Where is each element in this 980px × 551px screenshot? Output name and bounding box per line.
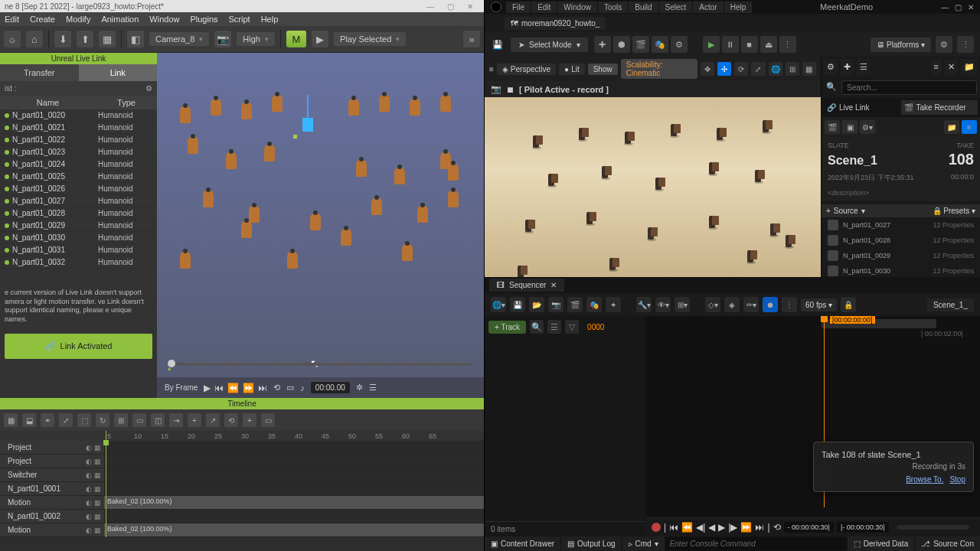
browse-icon[interactable]: 📂 bbox=[529, 297, 544, 312]
snap-icon[interactable]: ⊞▾ bbox=[675, 297, 690, 312]
menu-create[interactable]: Create bbox=[30, 15, 55, 24]
tl-icon[interactable]: + bbox=[188, 413, 201, 427]
step-forward-icon[interactable]: ⏩ bbox=[243, 383, 254, 393]
sun-icon[interactable]: ☼ bbox=[4, 31, 21, 47]
save-icon[interactable]: 💾 bbox=[510, 297, 525, 312]
more-icon[interactable]: ⋮ bbox=[957, 36, 974, 53]
sources-header[interactable]: +Source▾ 🔒 Presets ▾ bbox=[822, 204, 980, 217]
menu-window[interactable]: Window bbox=[149, 15, 179, 24]
go-end-icon[interactable]: | bbox=[767, 522, 769, 533]
source-control-button[interactable]: ⎇Source Con bbox=[915, 536, 980, 551]
derived-data-button[interactable]: ⬚Derived Data bbox=[848, 536, 914, 551]
mode-dropdown[interactable]: ➤Select Mode▾ bbox=[511, 37, 588, 52]
tab-livelink[interactable]: 🔗Live Link bbox=[824, 100, 901, 115]
timeline-track[interactable]: Switcher◐ ▦ bbox=[0, 468, 484, 482]
settings-icon[interactable]: ⚙▾ bbox=[860, 120, 875, 134]
perspective-dropdown[interactable]: ◈Perspective bbox=[497, 64, 556, 75]
timeline-track[interactable]: Project◐ ▦ bbox=[0, 441, 484, 455]
select-tool-icon[interactable]: ✥ bbox=[701, 62, 714, 76]
list-row[interactable]: N_part01_0027Humanoid bbox=[0, 195, 157, 207]
time-slider[interactable] bbox=[168, 363, 473, 366]
list-row[interactable]: N_part01_0023Humanoid bbox=[0, 146, 157, 158]
menu-icon[interactable]: ≡ bbox=[489, 65, 494, 73]
cinematics-icon[interactable]: 🎬 bbox=[632, 36, 649, 53]
list-row[interactable]: N_part01_0021Humanoid bbox=[0, 122, 157, 134]
folder-icon[interactable]: 📁 bbox=[944, 120, 959, 134]
sequence-name[interactable]: Scene_1_ bbox=[927, 298, 974, 311]
clapboard-icon[interactable]: 🎭 bbox=[586, 297, 602, 312]
gear-icon[interactable]: ⚙ bbox=[145, 84, 152, 93]
frame-icon[interactable]: ▣ bbox=[842, 120, 858, 134]
list-icon[interactable]: ≡ bbox=[962, 120, 977, 134]
pause-icon[interactable]: ⏸ bbox=[722, 36, 739, 53]
scalability-dropdown[interactable]: Scalability: Cinematic bbox=[621, 59, 697, 79]
quality-dropdown[interactable]: High▾ bbox=[237, 32, 275, 46]
skip-start-icon[interactable]: ⏮ bbox=[214, 383, 224, 393]
tl-icon[interactable]: ↗ bbox=[206, 413, 220, 427]
tl-icon[interactable]: ⤢ bbox=[59, 413, 73, 427]
ue-menu-tools[interactable]: Tools bbox=[598, 2, 628, 13]
save-icon[interactable]: 💾 bbox=[491, 37, 505, 51]
folder-icon[interactable]: 📁 bbox=[961, 59, 978, 75]
show-dropdown[interactable]: Show bbox=[588, 64, 618, 75]
menu-plugins[interactable]: Plugins bbox=[190, 15, 217, 24]
source-row[interactable]: N_part01_002812 Properties bbox=[822, 233, 980, 248]
import-icon[interactable]: ⬇ bbox=[54, 31, 71, 47]
add-track-button[interactable]: + Track bbox=[488, 321, 526, 334]
browse-to-link[interactable]: Browse To. bbox=[906, 475, 943, 484]
settings-button[interactable]: ⚙ bbox=[936, 36, 952, 53]
blueprint-icon[interactable]: ⬢ bbox=[613, 36, 630, 53]
tab-transfer[interactable]: Transfer bbox=[0, 64, 79, 81]
start-tc[interactable]: - 00:00:00:30| bbox=[784, 522, 834, 533]
viewport-render[interactable] bbox=[485, 97, 821, 277]
tl-icon[interactable]: ⬓ bbox=[22, 413, 36, 427]
list-row[interactable]: N_part01_0020Humanoid bbox=[0, 109, 157, 122]
ue-menu-edit[interactable]: Edit bbox=[531, 2, 557, 13]
list-row[interactable]: N_part01_0026Humanoid bbox=[0, 183, 157, 195]
step-back-icon[interactable]: ⏪ bbox=[681, 522, 693, 533]
stop-icon[interactable]: ■ bbox=[741, 36, 758, 53]
camera-dropdown[interactable]: Camera_8▾ bbox=[149, 32, 209, 46]
output-log-button[interactable]: ▤Output Log bbox=[561, 536, 621, 551]
ue-menu-select[interactable]: Select bbox=[659, 2, 693, 13]
play-icon[interactable]: ▶ bbox=[703, 36, 720, 53]
tl-icon[interactable]: ▦ bbox=[4, 413, 18, 427]
loop-icon[interactable]: ⟲ bbox=[773, 522, 781, 533]
layers-icon[interactable]: ☰ bbox=[857, 59, 871, 75]
list-row[interactable]: N_part01_0030Humanoid bbox=[0, 232, 157, 244]
stop-pilot-icon[interactable]: ⏹ bbox=[506, 85, 514, 94]
list-row[interactable]: N_part01_0028Humanoid bbox=[0, 207, 157, 220]
maximize-icon[interactable]: ▢ bbox=[955, 3, 962, 11]
scale-tool-icon[interactable]: ⤢ bbox=[751, 62, 765, 76]
tl-icon[interactable]: ◫ bbox=[151, 413, 165, 427]
more-icon[interactable]: ⋮ bbox=[779, 36, 796, 53]
range-icon[interactable]: ▭ bbox=[286, 383, 294, 393]
play-icon[interactable]: ▶ bbox=[312, 31, 328, 47]
current-frame[interactable]: 0000 bbox=[587, 323, 604, 331]
camera-icon[interactable]: 📷 bbox=[491, 84, 501, 94]
marker-icon[interactable]: ✦ bbox=[606, 297, 621, 312]
step-back-icon[interactable]: ⏪ bbox=[227, 383, 239, 393]
col-type[interactable]: Type bbox=[96, 98, 157, 107]
skip-end-icon[interactable]: ⏭ bbox=[258, 383, 267, 393]
frame-back-icon[interactable]: ◀| bbox=[696, 522, 705, 533]
timeline-track[interactable]: N_part01_0001◐ ▦ bbox=[0, 482, 484, 496]
move-tool-icon[interactable]: ✢ bbox=[717, 62, 731, 76]
frame-fwd-icon[interactable]: |▶ bbox=[728, 522, 737, 533]
link-activated-button[interactable]: 🔗 Link Activated bbox=[5, 334, 152, 359]
play-icon[interactable]: ▶ bbox=[718, 522, 725, 533]
timeline-track[interactable]: Project◐ ▦ bbox=[0, 455, 484, 468]
ue-menu-window[interactable]: Window bbox=[557, 2, 597, 13]
ue-menu-help[interactable]: Help bbox=[724, 2, 753, 13]
list-row[interactable]: N_part01_0022Humanoid bbox=[0, 134, 157, 146]
stop-link[interactable]: Stop bbox=[949, 475, 965, 484]
tab-take-recorder[interactable]: 🎬Take Recorder bbox=[901, 100, 978, 115]
filter-icon[interactable]: ☰ bbox=[547, 320, 561, 334]
tl-icon[interactable]: ⚭ bbox=[41, 413, 54, 427]
content-drawer-button[interactable]: ▣Content Drawer bbox=[485, 536, 560, 551]
more-icon[interactable]: ⋮ bbox=[782, 297, 797, 312]
overflow-icon[interactable]: » bbox=[463, 31, 480, 47]
menu-edit[interactable]: Edit bbox=[5, 15, 19, 24]
timeline-playhead[interactable] bbox=[106, 431, 106, 537]
playback-mode-dropdown[interactable]: By Frame bbox=[165, 383, 198, 392]
